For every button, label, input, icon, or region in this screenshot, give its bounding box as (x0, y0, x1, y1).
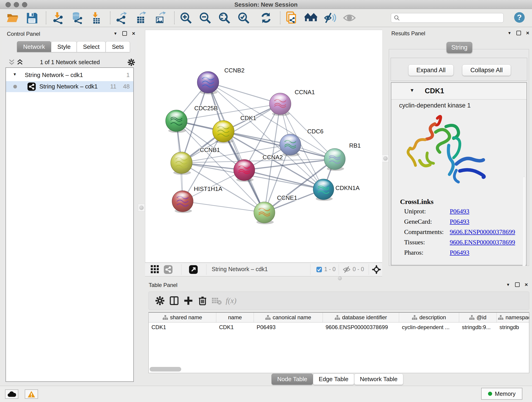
eye-disabled-button (343, 11, 356, 25)
tab-network-table[interactable]: Network Table (354, 374, 403, 385)
zoom-out-button[interactable] (198, 11, 212, 25)
node-label-CCNA1: CCNA1 (295, 89, 315, 96)
grid-view-icon[interactable] (151, 265, 160, 274)
control-panel-menu-icon[interactable]: ▼ (114, 32, 117, 36)
tab-edge-table[interactable]: Edge Table (313, 374, 354, 385)
hidden-eye-slash-icon[interactable] (342, 266, 351, 273)
column-header-shared-name[interactable]: shared name (149, 313, 216, 322)
hide-analyzer-button[interactable] (323, 11, 337, 25)
collapse-all-button[interactable]: Collapse All (462, 64, 511, 76)
zoom-fit-button[interactable] (218, 11, 231, 25)
crosslink-value-link[interactable]: 9606.ENSP00000378699 (450, 228, 515, 236)
table-panel-menu-icon[interactable]: ▼ (506, 283, 510, 287)
column-header-name[interactable]: name (216, 313, 254, 322)
help-button[interactable]: ? (514, 12, 525, 24)
zoom-in-button[interactable] (179, 11, 192, 25)
plus-icon (184, 296, 193, 306)
crosslink-value-link[interactable]: P06493 (450, 249, 469, 256)
table-settings-button[interactable] (153, 295, 167, 307)
network-row[interactable]: String Network – cdk1 11 48 (6, 81, 133, 92)
node-label-CCNE1: CCNE1 (277, 194, 297, 201)
table-cell[interactable]: CDK1 (216, 322, 254, 332)
column-header-database-identifier[interactable]: database identifier (323, 313, 399, 322)
node-CCNE1[interactable]: CCNE1 (254, 194, 297, 224)
table-panel-float-icon[interactable] (515, 282, 520, 287)
gene-section-header[interactable]: ▼ CDK1 (391, 83, 526, 99)
network-options-gear-icon[interactable] (127, 58, 135, 66)
network-share-icon[interactable] (163, 265, 173, 274)
node-CCNA1[interactable]: CCNA1 (269, 89, 315, 116)
table-horizontal-scrollbar[interactable] (150, 367, 181, 371)
control-panel-float-icon[interactable] (122, 31, 127, 36)
column-header-@id[interactable]: @id (459, 313, 497, 322)
network-view[interactable]: CCNB2CCNA1CDC25BCDK1CDC6RB1CCNB1CCNA2CDK… (145, 30, 382, 263)
left-splitter-handle[interactable] (138, 204, 145, 211)
table-cell[interactable]: cyclin-dependent ... (399, 322, 459, 332)
node-label-CCNA2: CCNA2 (263, 154, 283, 161)
results-panel-close-icon[interactable]: × (526, 30, 529, 36)
network-graph[interactable]: CCNB2CCNA1CDC25BCDK1CDC6RB1CCNB1CCNA2CDK… (145, 30, 382, 262)
control-panel-close-icon[interactable]: × (132, 31, 135, 36)
expand-all-button[interactable]: Expand All (408, 64, 454, 76)
string-home-button[interactable] (304, 11, 317, 25)
node-table[interactable]: shared namenamecanonical namedatabase id… (148, 312, 529, 373)
table-cell[interactable]: P06493 (254, 322, 323, 332)
search-box[interactable] (391, 13, 504, 23)
results-panel-menu-icon[interactable]: ▼ (507, 31, 511, 35)
results-panel-float-icon[interactable] (516, 31, 521, 35)
share-document-button[interactable] (285, 11, 298, 25)
network-collection-row[interactable]: ▼ String Network – cdk1 1 (6, 69, 133, 81)
tab-sets[interactable]: Sets (106, 41, 130, 52)
node-CDKN1A[interactable]: CDKN1A (313, 179, 360, 201)
eye-slash-waves-icon (324, 12, 336, 24)
collection-label: String Network – cdk1 (25, 71, 83, 79)
tab-network[interactable]: Network (17, 41, 51, 52)
results-scrollbar[interactable] (522, 177, 526, 267)
table-cell[interactable]: stringdb (497, 322, 529, 332)
search-input[interactable] (400, 14, 497, 21)
zoom-selected-button[interactable] (237, 11, 250, 25)
crosslink-value-link[interactable]: P06493 (450, 208, 469, 215)
add-column-button[interactable] (181, 295, 196, 307)
edge-CCNA1-CDC25B[interactable] (177, 104, 280, 121)
memory-button[interactable]: Memory (481, 388, 522, 400)
delete-column-button[interactable] (196, 295, 210, 307)
column-header-namespace[interactable]: namespace (497, 313, 529, 322)
import-table-button[interactable] (89, 11, 103, 25)
gene-collapse-icon[interactable]: ▼ (410, 88, 414, 93)
table-cell[interactable]: 9606.ENSP00000378699 (323, 322, 399, 332)
edge-CCNB2-CCNA1[interactable] (208, 82, 280, 104)
column-header-canonical-name[interactable]: canonical name (254, 313, 323, 322)
export-network-button[interactable] (115, 11, 128, 25)
cloud-button[interactable] (5, 389, 18, 399)
table-cell[interactable]: stringdb:9... (459, 322, 497, 332)
crosslink-value-link[interactable]: P06493 (450, 218, 469, 225)
tab-style[interactable]: Style (51, 41, 77, 52)
collection-expand-icon[interactable]: ▼ (13, 72, 17, 76)
selected-checkbox-icon[interactable] (317, 267, 322, 272)
import-network-button[interactable] (51, 11, 64, 25)
node-RB1[interactable]: RB1 (324, 142, 361, 171)
open-in-new-icon[interactable] (189, 265, 198, 274)
node-HIST1H1A[interactable]: HIST1H1A (172, 185, 222, 213)
table-panel-close-icon[interactable]: × (525, 282, 528, 287)
edge-CCNE1-HIST1H1A[interactable] (183, 201, 264, 212)
tab-string[interactable]: String (447, 42, 472, 53)
birds-eye-crosshair-icon[interactable] (371, 264, 381, 274)
table-row[interactable]: CDK1CDK1P064939606.ENSP00000378699cyclin… (149, 322, 529, 332)
tab-node-table[interactable]: Node Table (272, 374, 313, 385)
table-cell[interactable]: CDK1 (149, 322, 216, 332)
tab-select[interactable]: Select (77, 41, 106, 52)
refresh-button[interactable] (259, 11, 273, 25)
export-table-button[interactable] (134, 11, 147, 25)
eye-gray-icon (343, 12, 356, 24)
import-network-from-database-button[interactable] (70, 11, 83, 25)
crosslink-value-link[interactable]: 9606.ENSP00000378699 (450, 239, 515, 246)
export-image-button[interactable] (153, 11, 167, 25)
warnings-button[interactable] (25, 389, 38, 399)
node-CDC6[interactable]: CDC6 (280, 128, 323, 157)
save-session-button[interactable] (25, 11, 38, 25)
column-header-description[interactable]: description (399, 313, 459, 322)
open-session-button[interactable] (6, 11, 19, 25)
show-columns-button[interactable] (167, 295, 181, 307)
